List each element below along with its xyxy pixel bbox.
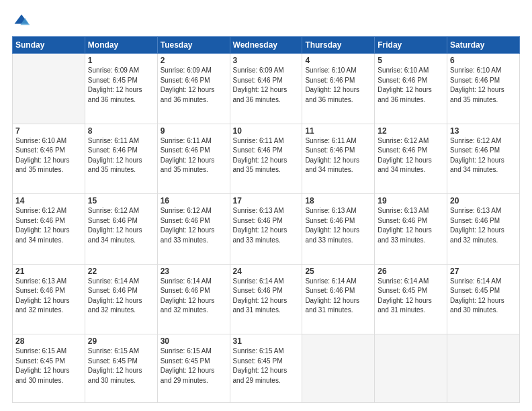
calendar-week-row: 21Sunrise: 6:13 AMSunset: 6:46 PMDayligh… [13, 264, 520, 334]
day-info: Sunrise: 6:10 AMSunset: 6:46 PMDaylight:… [15, 136, 82, 175]
day-number: 7 [15, 126, 82, 136]
day-info: Sunrise: 6:11 AMSunset: 6:46 PMDaylight:… [88, 136, 154, 175]
calendar-cell: 17Sunrise: 6:13 AMSunset: 6:46 PMDayligh… [230, 194, 302, 265]
calendar-cell: 31Sunrise: 6:15 AMSunset: 6:45 PMDayligh… [230, 334, 302, 403]
calendar-cell: 24Sunrise: 6:14 AMSunset: 6:46 PMDayligh… [230, 264, 302, 334]
day-number: 16 [161, 196, 227, 205]
day-info: Sunrise: 6:10 AMSunset: 6:46 PMDaylight:… [450, 66, 517, 105]
day-number: 1 [88, 56, 154, 65]
day-info: Sunrise: 6:14 AMSunset: 6:45 PMDaylight:… [450, 277, 517, 316]
day-info: Sunrise: 6:14 AMSunset: 6:46 PMDaylight:… [233, 277, 300, 316]
calendar-cell: 11Sunrise: 6:11 AMSunset: 6:46 PMDayligh… [302, 124, 375, 194]
day-info: Sunrise: 6:11 AMSunset: 6:46 PMDaylight:… [161, 136, 227, 175]
day-number: 8 [88, 126, 154, 136]
day-info: Sunrise: 6:11 AMSunset: 6:46 PMDaylight:… [233, 136, 300, 175]
calendar-day-header: Monday [85, 37, 157, 54]
calendar-cell: 1Sunrise: 6:09 AMSunset: 6:45 PMDaylight… [85, 54, 157, 124]
calendar-cell [302, 334, 375, 403]
day-number: 21 [15, 267, 82, 276]
day-number: 5 [378, 56, 444, 65]
calendar-day-header: Tuesday [157, 37, 230, 54]
calendar-cell [375, 334, 447, 403]
day-info: Sunrise: 6:09 AMSunset: 6:45 PMDaylight:… [88, 66, 154, 105]
day-info: Sunrise: 6:15 AMSunset: 6:45 PMDaylight:… [88, 347, 154, 385]
calendar-cell: 2Sunrise: 6:09 AMSunset: 6:46 PMDaylight… [157, 54, 230, 124]
day-info: Sunrise: 6:11 AMSunset: 6:46 PMDaylight:… [305, 136, 371, 175]
day-number: 3 [233, 56, 300, 65]
calendar-day-header: Sunday [13, 37, 85, 54]
day-info: Sunrise: 6:12 AMSunset: 6:46 PMDaylight:… [15, 206, 82, 245]
day-info: Sunrise: 6:15 AMSunset: 6:45 PMDaylight:… [15, 347, 82, 385]
day-number: 11 [305, 126, 371, 136]
calendar-week-row: 28Sunrise: 6:15 AMSunset: 6:45 PMDayligh… [13, 334, 520, 403]
calendar-cell: 25Sunrise: 6:14 AMSunset: 6:46 PMDayligh… [302, 264, 375, 334]
calendar-cell: 10Sunrise: 6:11 AMSunset: 6:46 PMDayligh… [230, 124, 302, 194]
day-number: 22 [88, 267, 154, 276]
calendar-cell: 8Sunrise: 6:11 AMSunset: 6:46 PMDaylight… [85, 124, 157, 194]
calendar-cell: 15Sunrise: 6:12 AMSunset: 6:46 PMDayligh… [85, 194, 157, 265]
calendar-week-row: 7Sunrise: 6:10 AMSunset: 6:46 PMDaylight… [13, 124, 520, 194]
day-info: Sunrise: 6:13 AMSunset: 6:46 PMDaylight:… [450, 206, 517, 245]
day-info: Sunrise: 6:14 AMSunset: 6:46 PMDaylight:… [88, 277, 154, 316]
calendar-cell: 13Sunrise: 6:12 AMSunset: 6:46 PMDayligh… [447, 124, 520, 194]
day-number: 26 [378, 267, 444, 276]
logo [12, 12, 34, 31]
day-number: 15 [88, 196, 154, 205]
calendar-day-header: Saturday [447, 37, 520, 54]
day-info: Sunrise: 6:12 AMSunset: 6:46 PMDaylight:… [161, 206, 227, 245]
day-number: 18 [305, 196, 371, 205]
day-info: Sunrise: 6:12 AMSunset: 6:46 PMDaylight:… [88, 206, 154, 245]
day-number: 29 [88, 336, 154, 346]
day-number: 25 [305, 267, 371, 276]
day-number: 17 [233, 196, 300, 205]
day-number: 6 [450, 56, 517, 65]
day-number: 4 [305, 56, 371, 65]
calendar-week-row: 1Sunrise: 6:09 AMSunset: 6:45 PMDaylight… [13, 54, 520, 124]
logo-icon [12, 12, 31, 31]
calendar-cell: 7Sunrise: 6:10 AMSunset: 6:46 PMDaylight… [13, 124, 85, 194]
calendar-cell [13, 54, 85, 124]
day-info: Sunrise: 6:10 AMSunset: 6:46 PMDaylight:… [378, 66, 444, 105]
calendar-cell: 28Sunrise: 6:15 AMSunset: 6:45 PMDayligh… [13, 334, 85, 403]
calendar-day-header: Wednesday [230, 37, 302, 54]
day-number: 2 [161, 56, 227, 65]
day-number: 31 [233, 336, 300, 346]
calendar-cell: 6Sunrise: 6:10 AMSunset: 6:46 PMDaylight… [447, 54, 520, 124]
calendar-cell: 12Sunrise: 6:12 AMSunset: 6:46 PMDayligh… [375, 124, 447, 194]
day-info: Sunrise: 6:09 AMSunset: 6:46 PMDaylight:… [161, 66, 227, 105]
day-number: 28 [15, 336, 82, 346]
day-info: Sunrise: 6:13 AMSunset: 6:46 PMDaylight:… [305, 206, 371, 245]
day-info: Sunrise: 6:13 AMSunset: 6:46 PMDaylight:… [233, 206, 300, 245]
calendar-cell: 14Sunrise: 6:12 AMSunset: 6:46 PMDayligh… [13, 194, 85, 265]
day-info: Sunrise: 6:14 AMSunset: 6:46 PMDaylight:… [161, 277, 227, 316]
calendar-cell: 19Sunrise: 6:13 AMSunset: 6:46 PMDayligh… [375, 194, 447, 265]
calendar-header-row: SundayMondayTuesdayWednesdayThursdayFrid… [13, 37, 520, 54]
calendar-cell: 5Sunrise: 6:10 AMSunset: 6:46 PMDaylight… [375, 54, 447, 124]
calendar-cell: 4Sunrise: 6:10 AMSunset: 6:46 PMDaylight… [302, 54, 375, 124]
calendar-cell: 16Sunrise: 6:12 AMSunset: 6:46 PMDayligh… [157, 194, 230, 265]
calendar-cell: 9Sunrise: 6:11 AMSunset: 6:46 PMDaylight… [157, 124, 230, 194]
day-number: 19 [378, 196, 444, 205]
calendar-cell: 20Sunrise: 6:13 AMSunset: 6:46 PMDayligh… [447, 194, 520, 265]
day-number: 9 [161, 126, 227, 136]
day-info: Sunrise: 6:15 AMSunset: 6:45 PMDaylight:… [161, 347, 227, 385]
calendar-cell: 21Sunrise: 6:13 AMSunset: 6:46 PMDayligh… [13, 264, 85, 334]
day-info: Sunrise: 6:13 AMSunset: 6:46 PMDaylight:… [15, 277, 82, 316]
calendar-day-header: Friday [375, 37, 447, 54]
day-info: Sunrise: 6:14 AMSunset: 6:46 PMDaylight:… [305, 277, 371, 316]
page: SundayMondayTuesdayWednesdayThursdayFrid… [0, 0, 532, 411]
day-number: 23 [161, 267, 227, 276]
calendar-cell: 23Sunrise: 6:14 AMSunset: 6:46 PMDayligh… [157, 264, 230, 334]
calendar-table: SundayMondayTuesdayWednesdayThursdayFrid… [12, 36, 520, 403]
day-number: 12 [378, 126, 444, 136]
calendar-cell: 27Sunrise: 6:14 AMSunset: 6:45 PMDayligh… [447, 264, 520, 334]
day-info: Sunrise: 6:12 AMSunset: 6:46 PMDaylight:… [450, 136, 517, 175]
day-number: 14 [15, 196, 82, 205]
day-number: 20 [450, 196, 517, 205]
calendar-cell [447, 334, 520, 403]
header [12, 12, 520, 31]
calendar-cell: 3Sunrise: 6:09 AMSunset: 6:46 PMDaylight… [230, 54, 302, 124]
day-number: 10 [233, 126, 300, 136]
calendar-cell: 29Sunrise: 6:15 AMSunset: 6:45 PMDayligh… [85, 334, 157, 403]
calendar-cell: 22Sunrise: 6:14 AMSunset: 6:46 PMDayligh… [85, 264, 157, 334]
